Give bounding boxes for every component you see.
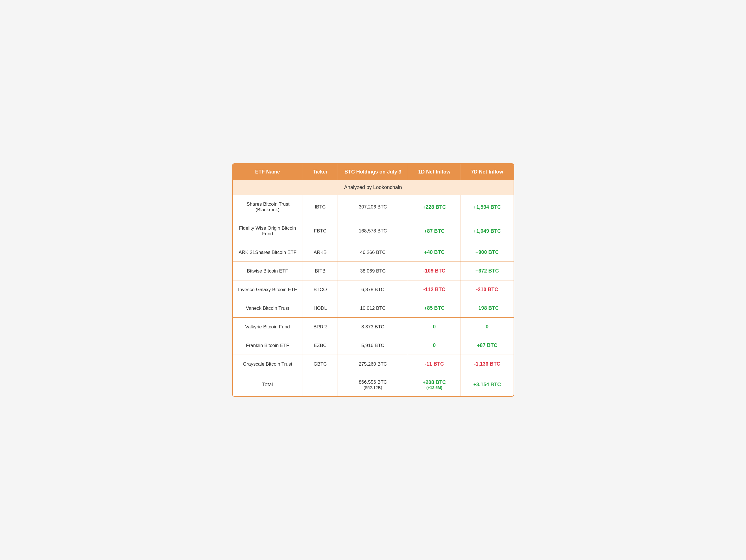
row-2-ticker: ARKB xyxy=(303,243,338,261)
row-5-1d-inflow: +85 BTC xyxy=(408,299,461,317)
total-1d-inflow-sub: (+12.5M) xyxy=(426,385,442,390)
row-5-7d-inflow: +198 BTC xyxy=(461,299,514,317)
analyzed-by-label: Analyzed by Lookonchain xyxy=(344,185,402,190)
table-row: Bitwise Bitcoin ETF BITB 38,069 BTC -109… xyxy=(233,262,514,280)
row-0-1d-inflow: +228 BTC xyxy=(408,195,461,219)
total-7d-inflow: +3,154 BTC xyxy=(461,373,514,396)
row-1-7d-inflow: +1,049 BTC xyxy=(461,219,514,243)
table-body: iShares Bitcoin Trust (Blackrock) IBTC 3… xyxy=(233,195,514,373)
row-1-name: Fidelity Wise Origin Bitcoin Fund xyxy=(233,219,303,243)
row-3-holdings: 38,069 BTC xyxy=(338,262,408,280)
row-0-ticker: IBTC xyxy=(303,195,338,219)
row-4-1d-inflow: -112 BTC xyxy=(408,280,461,299)
row-2-7d-inflow: +900 BTC xyxy=(461,243,514,261)
header-etf-name: ETF Name xyxy=(233,164,303,180)
row-4-ticker: BTCO xyxy=(303,280,338,299)
table-row: Vaneck Bitcoin Trust HODL 10,012 BTC +85… xyxy=(233,299,514,318)
row-3-ticker: BITB xyxy=(303,262,338,280)
row-2-holdings: 46,266 BTC xyxy=(338,243,408,261)
total-holdings-btc: 866,556 BTC xyxy=(359,380,387,385)
row-2-1d-inflow: +40 BTC xyxy=(408,243,461,261)
total-1d-inflow-value: +208 BTC xyxy=(423,380,446,385)
row-8-holdings: 275,260 BTC xyxy=(338,355,408,373)
row-5-holdings: 10,012 BTC xyxy=(338,299,408,317)
etf-table: ETF Name Ticker BTC Holdings on July 3 1… xyxy=(232,163,514,397)
row-7-name: Franklin Bitcoin ETF xyxy=(233,336,303,355)
total-holdings-usd: ($52.12B) xyxy=(364,385,382,390)
row-0-name: iShares Bitcoin Trust (Blackrock) xyxy=(233,195,303,219)
row-6-name: Valkyrie Bitcoin Fund xyxy=(233,318,303,336)
header-ticker: Ticker xyxy=(303,164,338,180)
row-0-holdings: 307,206 BTC xyxy=(338,195,408,219)
analyzed-by-row: Analyzed by Lookonchain xyxy=(233,180,514,195)
row-8-1d-inflow: -11 BTC xyxy=(408,355,461,373)
row-6-holdings: 8,373 BTC xyxy=(338,318,408,336)
row-4-holdings: 6,878 BTC xyxy=(338,280,408,299)
table-row: Invesco Galaxy Bitcoin ETF BTCO 6,878 BT… xyxy=(233,280,514,299)
row-4-name: Invesco Galaxy Bitcoin ETF xyxy=(233,280,303,299)
row-0-7d-inflow: +1,594 BTC xyxy=(461,195,514,219)
total-7d-inflow-value: +3,154 BTC xyxy=(473,382,501,388)
total-row: Total - 866,556 BTC ($52.12B) +208 BTC (… xyxy=(233,373,514,396)
row-8-name: Grayscale Bitcoin Trust xyxy=(233,355,303,373)
total-holdings: 866,556 BTC ($52.12B) xyxy=(338,373,408,396)
row-3-name: Bitwise Bitcoin ETF xyxy=(233,262,303,280)
table-row: Fidelity Wise Origin Bitcoin Fund FBTC 1… xyxy=(233,219,514,243)
row-7-holdings: 5,916 BTC xyxy=(338,336,408,355)
total-ticker: - xyxy=(303,373,338,396)
row-5-name: Vaneck Bitcoin Trust xyxy=(233,299,303,317)
total-label: Total xyxy=(233,373,303,396)
row-7-7d-inflow: +87 BTC xyxy=(461,336,514,355)
row-6-1d-inflow: 0 xyxy=(408,318,461,336)
row-6-ticker: BRRR xyxy=(303,318,338,336)
table-row: iShares Bitcoin Trust (Blackrock) IBTC 3… xyxy=(233,195,514,219)
row-8-7d-inflow: -1,136 BTC xyxy=(461,355,514,373)
header-1d-inflow: 1D Net Inflow xyxy=(408,164,461,180)
row-5-ticker: HODL xyxy=(303,299,338,317)
row-6-7d-inflow: 0 xyxy=(461,318,514,336)
row-1-ticker: FBTC xyxy=(303,219,338,243)
total-1d-inflow: +208 BTC (+12.5M) xyxy=(408,373,461,396)
table-row: ARK 21Shares Bitcoin ETF ARKB 46,266 BTC… xyxy=(233,243,514,262)
header-holdings: BTC Holdings on July 3 xyxy=(338,164,408,180)
row-4-7d-inflow: -210 BTC xyxy=(461,280,514,299)
row-8-ticker: GBTC xyxy=(303,355,338,373)
row-2-name: ARK 21Shares Bitcoin ETF xyxy=(233,243,303,261)
row-3-1d-inflow: -109 BTC xyxy=(408,262,461,280)
header-7d-inflow: 7D Net Inflow xyxy=(461,164,514,180)
row-7-ticker: EZBC xyxy=(303,336,338,355)
table-row: Grayscale Bitcoin Trust GBTC 275,260 BTC… xyxy=(233,355,514,373)
row-1-1d-inflow: +87 BTC xyxy=(408,219,461,243)
table-row: Franklin Bitcoin ETF EZBC 5,916 BTC 0 +8… xyxy=(233,336,514,355)
row-1-holdings: 168,578 BTC xyxy=(338,219,408,243)
table-header: ETF Name Ticker BTC Holdings on July 3 1… xyxy=(233,164,514,180)
row-7-1d-inflow: 0 xyxy=(408,336,461,355)
table-row: Valkyrie Bitcoin Fund BRRR 8,373 BTC 0 0 xyxy=(233,318,514,336)
row-3-7d-inflow: +672 BTC xyxy=(461,262,514,280)
